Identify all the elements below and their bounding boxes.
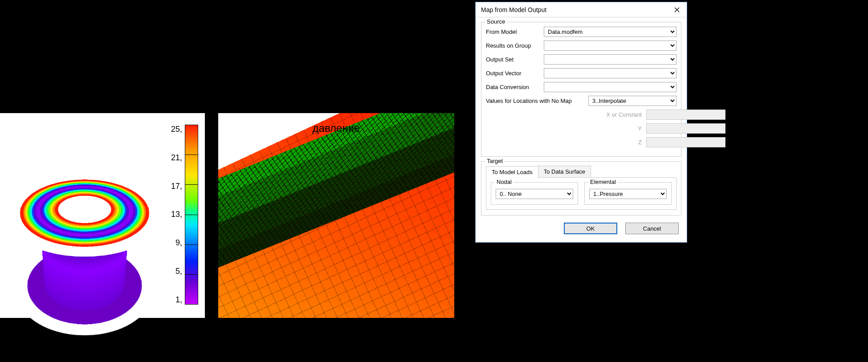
legend-ticks: 25,21,17,13,9,5,1, (171, 125, 185, 305)
x-constant-input (646, 110, 725, 120)
no-map-select[interactable]: 3..Interpolate (588, 96, 676, 106)
legend-tick: 9, (171, 238, 182, 248)
dialog-titlebar[interactable]: Map from Model Output (476, 2, 687, 17)
z-input (646, 137, 725, 147)
legend-tick: 25, (171, 125, 182, 134)
nodal-label: Nodal (495, 179, 513, 185)
ring-3d (0, 174, 184, 277)
output-set-label: Output Set (486, 56, 544, 63)
legend-tick: 21, (171, 153, 182, 163)
elemental-select[interactable]: 1..Pressure (589, 189, 667, 199)
ok-button[interactable]: OK (564, 223, 617, 234)
color-legend: 25,21,17,13,9,5,1, (171, 125, 202, 305)
group-nodal: Nodal 0.. None (491, 182, 578, 205)
viewport-ring: 25,21,17,13,9,5,1, (0, 113, 205, 318)
data-conversion-select[interactable] (544, 82, 676, 92)
legend-bar (185, 125, 198, 305)
legend-tick: 5, (171, 267, 182, 276)
close-icon[interactable] (671, 4, 683, 15)
results-on-group-label: Results on Group (486, 42, 544, 49)
from-model-label: From Model (486, 28, 544, 35)
data-conversion-label: Data Conversion (486, 84, 544, 90)
group-source-label: Source (485, 18, 507, 25)
ring-top-face (0, 174, 178, 256)
output-vector-label: Output Vector (486, 70, 544, 77)
nodal-select[interactable]: 0.. None (496, 189, 573, 199)
tab-to-data-surface[interactable]: To Data Surface (538, 166, 591, 177)
group-elemental: Elemental 1..Pressure (584, 182, 672, 205)
no-map-label: Values for Locations with No Map (486, 98, 588, 104)
legend-tick: 13, (171, 210, 182, 219)
y-input (646, 123, 725, 134)
from-model-select[interactable]: Data.modfem (544, 27, 676, 37)
target-tabs: To Model Loads To Data Surface Nodal 0..… (486, 166, 676, 210)
output-vector-select[interactable] (544, 68, 676, 78)
cancel-button[interactable]: Cancel (625, 223, 679, 234)
mesh-title: давление (313, 122, 360, 134)
legend-tick: 1, (171, 295, 182, 305)
viewport-mesh: давление (218, 113, 454, 318)
dialog-title: Map from Model Output (481, 6, 546, 13)
elemental-label: Elemental (588, 179, 618, 185)
results-on-group-select[interactable] (544, 41, 676, 51)
tab-to-model-loads[interactable]: To Model Loads (486, 166, 538, 178)
z-label: Z (606, 139, 646, 146)
y-label: Y (606, 125, 646, 132)
group-target-label: Target (485, 158, 505, 164)
x-constant-label: X or Constant (606, 111, 646, 118)
output-set-select[interactable] (544, 54, 676, 65)
dialog-map-from-model-output: Map from Model Output Source From Model … (475, 2, 687, 243)
group-source: Source From Model Data.modfem Results on… (481, 22, 681, 157)
legend-tick: 17, (171, 182, 182, 191)
group-target: Target To Model Loads To Data Surface No… (481, 161, 681, 216)
